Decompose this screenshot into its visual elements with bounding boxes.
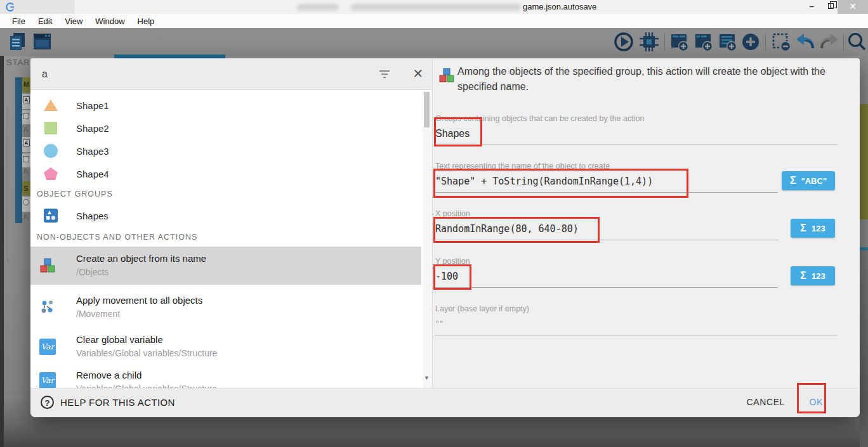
redacted-title-segment xyxy=(297,4,339,11)
expression-button-label: 123 xyxy=(812,271,825,281)
action-item-create-object[interactable]: Create an object from its name /Objects xyxy=(30,247,421,285)
background-event-bar xyxy=(15,77,22,223)
parameters-panel: Among the objects of the specified group… xyxy=(432,58,860,388)
gdevelop-logo-icon xyxy=(5,2,15,12)
action-editor-dialog: ✕ Shape1 Shape2 Shape3 xyxy=(30,58,860,417)
sigma-icon: Σ xyxy=(790,175,796,186)
field-value-layer[interactable]: "" xyxy=(435,320,444,328)
field-underline xyxy=(435,145,838,145)
action-item-apply-movement[interactable]: Apply movement to all objects /Movement xyxy=(30,288,421,327)
expression-button-label: 123 xyxy=(812,224,825,233)
question-mark-icon: ? xyxy=(41,396,54,409)
add-event-icon[interactable] xyxy=(669,31,690,53)
action-title: Clear global variable xyxy=(76,334,163,345)
list-item-shapes-group[interactable]: Shapes xyxy=(30,205,421,228)
menu-file[interactable]: File xyxy=(6,16,32,26)
toolbar xyxy=(0,28,868,56)
close-window-button[interactable]: ✕ xyxy=(838,0,868,14)
scrollbar-thumb[interactable] xyxy=(424,92,430,127)
background-lower-fragment xyxy=(860,250,868,447)
add-comment-icon[interactable] xyxy=(717,31,739,53)
list-item-shape2[interactable]: Shape2 xyxy=(30,117,421,140)
background-a-fragment: A xyxy=(23,126,28,133)
action-item-clear-global-variable[interactable]: Var Clear global variable Variables/Glob… xyxy=(30,328,421,366)
variable-icon: Var xyxy=(39,339,56,355)
search-icon[interactable] xyxy=(846,31,868,53)
sigma-icon: Σ xyxy=(800,270,806,282)
events-list-icon[interactable] xyxy=(6,31,28,53)
add-other-icon[interactable] xyxy=(740,31,761,53)
play-icon[interactable] xyxy=(613,31,635,53)
redo-icon[interactable] xyxy=(819,31,840,53)
search-bar: ✕ xyxy=(30,58,431,90)
action-path: /Objects xyxy=(76,267,109,277)
background-condition-box xyxy=(23,113,29,119)
action-path: /Movement xyxy=(76,309,120,319)
dialog-footer: ? HELP FOR THIS ACTION CANCEL OK xyxy=(30,388,860,417)
section-header-non-objects: NON-OBJECTS AND OTHER ACTIONS xyxy=(37,233,197,242)
instruction-list-panel: ✕ Shape1 Shape2 Shape3 xyxy=(30,58,431,388)
filter-icon[interactable] xyxy=(378,68,391,81)
section-header-object-groups: OBJECT GROUPS xyxy=(37,190,113,198)
field-label-layer: Layer (base layer if empty) xyxy=(435,304,529,313)
field-label-group: Groups containing objects that can be cr… xyxy=(435,114,829,123)
add-sub-event-icon[interactable] xyxy=(693,31,714,53)
object-name: Shape1 xyxy=(76,100,109,111)
expression-editor-button-abc[interactable]: Σ "ABC" xyxy=(782,171,835,190)
action-path: Variables/Global variables/Structure xyxy=(76,348,217,358)
minimize-button[interactable]: – xyxy=(801,0,822,14)
expression-editor-button-123[interactable]: Σ 123 xyxy=(791,266,835,285)
list-scrollbar[interactable]: ▼ xyxy=(423,91,431,388)
menu-view[interactable]: View xyxy=(58,16,89,26)
action-title: Remove a child xyxy=(76,370,141,380)
variable-icon: Var xyxy=(39,372,56,388)
annotation-box-group xyxy=(434,117,482,146)
group-name: Shapes xyxy=(76,211,109,221)
list-item-shape1[interactable]: Shape1 xyxy=(30,94,421,117)
annotation-box-x-position xyxy=(433,217,600,243)
close-dialog-icon[interactable]: ✕ xyxy=(410,65,426,82)
object-name: Shape3 xyxy=(76,146,109,157)
menu-help[interactable]: Help xyxy=(131,16,161,26)
background-a-fragment: A xyxy=(23,167,28,175)
expression-button-label: "ABC" xyxy=(801,176,827,186)
action-item-remove-a-child[interactable]: Var Remove a child Variables/Global vari… xyxy=(30,363,421,388)
action-title: Apply movement to all objects xyxy=(76,295,202,306)
background-event-tree-line xyxy=(8,107,8,262)
window-title: game.json.autosave xyxy=(523,2,596,11)
background-comment-row-fragment xyxy=(860,104,868,219)
remove-selection-icon[interactable] xyxy=(770,31,792,53)
menu-window[interactable]: Window xyxy=(89,16,131,26)
background-event-header: M xyxy=(22,77,30,93)
toolbar-separator xyxy=(765,33,766,51)
scrollbar-down-arrow[interactable]: ▼ xyxy=(423,375,430,381)
background-events-sheet: M A A A A S A xyxy=(4,71,30,261)
object-name: Shape4 xyxy=(76,169,109,179)
cancel-button[interactable]: CANCEL xyxy=(747,397,785,407)
menu-edit[interactable]: Edit xyxy=(32,16,58,26)
search-input[interactable] xyxy=(42,66,359,82)
background-action-a-box: A xyxy=(23,96,30,103)
cubes-icon xyxy=(39,257,56,274)
restore-icon xyxy=(828,3,834,9)
list-item-shape4[interactable]: Shape4 xyxy=(30,163,421,186)
list-item-shape3[interactable]: Shape3 xyxy=(30,140,421,163)
object-name: Shape2 xyxy=(76,123,109,134)
debug-icon[interactable] xyxy=(638,31,660,53)
undo-icon[interactable] xyxy=(794,31,816,53)
action-title: Create an object from its name xyxy=(76,253,206,264)
movement-icon xyxy=(39,299,56,316)
background-condition-box xyxy=(23,156,29,162)
toolbar-separator xyxy=(664,33,665,51)
field-underline xyxy=(435,287,778,288)
annotation-box-object-name xyxy=(433,169,688,198)
help-button[interactable]: ? HELP FOR THIS ACTION xyxy=(41,396,175,409)
background-action-a-box: A xyxy=(23,139,30,146)
title-bar: game.json.autosave – ✕ xyxy=(0,0,868,14)
scene-window-icon[interactable] xyxy=(32,31,53,53)
background-a-fragment: A xyxy=(23,213,28,221)
expression-editor-button-123[interactable]: Σ 123 xyxy=(791,219,835,238)
action-path: Variables/Global variables/Structure xyxy=(76,384,217,388)
menu-bar: File Edit View Window Help xyxy=(0,14,868,28)
results-list: Shape1 Shape2 Shape3 Shape4 xyxy=(30,91,431,388)
